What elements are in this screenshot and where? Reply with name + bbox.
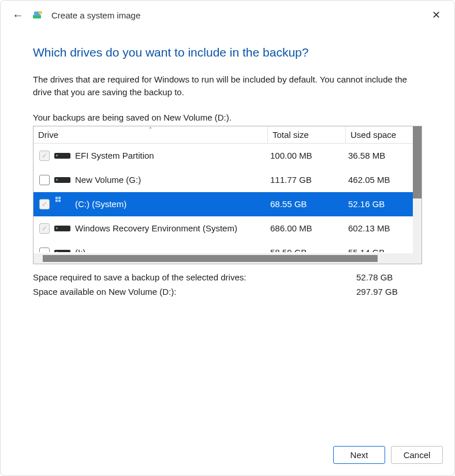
drive-checkbox [39, 151, 50, 161]
hdd-icon [54, 151, 70, 161]
column-header-used-space[interactable]: Used space [345, 126, 422, 143]
drive-name: EFI System Partition [75, 151, 266, 160]
drive-total-size: 58.59 GB [266, 248, 344, 252]
drive-used-space: 462.05 MB [344, 175, 422, 185]
drive-used-space: 55.14 GB [344, 248, 422, 252]
horizontal-scrollbar[interactable] [33, 253, 422, 264]
close-icon[interactable]: ✕ [427, 8, 445, 23]
drive-name: (I:) [75, 248, 266, 252]
window-title: Create a system image [51, 10, 140, 20]
save-location-text: Your backups are being saved on New Volu… [33, 113, 422, 122]
vertical-scrollbar[interactable] [413, 126, 422, 253]
drive-total-size: 686.00 MB [266, 223, 344, 233]
hdd-icon [54, 175, 70, 185]
drives-table: ˄ Drive Total size Used space EFI System… [33, 126, 422, 264]
drive-checkbox [39, 199, 50, 209]
drive-name: (C:) (System) [75, 199, 266, 209]
page-heading: Which drives do you want to include in t… [33, 46, 422, 59]
system-image-icon [32, 9, 43, 21]
page-description: The drives that are required for Windows… [33, 73, 422, 99]
next-button[interactable]: Next [333, 446, 385, 464]
table-row[interactable]: (I:)58.59 GB55.14 GB [33, 241, 422, 252]
windows-drive-icon [54, 199, 70, 209]
column-header-total-size[interactable]: Total size [267, 126, 345, 143]
drive-checkbox [39, 223, 50, 234]
drive-used-space: 36.58 MB [344, 151, 422, 160]
hdd-icon [54, 248, 70, 252]
space-required-label: Space required to save a backup of the s… [33, 272, 356, 282]
sort-caret-icon[interactable]: ˄ [149, 126, 152, 133]
table-header-row: ˄ Drive Total size Used space [33, 126, 422, 144]
space-required-value: 52.78 GB [356, 272, 393, 282]
drive-checkbox[interactable] [39, 175, 50, 185]
vertical-scroll-thumb[interactable] [413, 126, 422, 198]
drive-total-size: 100.00 MB [266, 151, 344, 160]
table-row[interactable]: New Volume (G:)111.77 GB462.05 MB [33, 168, 422, 192]
drive-name: Windows Recovery Environment (System) [75, 223, 266, 233]
hdd-icon [54, 223, 70, 234]
table-row[interactable]: EFI System Partition100.00 MB36.58 MB [33, 144, 422, 168]
drive-total-size: 68.55 GB [266, 199, 344, 209]
drive-checkbox[interactable] [39, 248, 50, 252]
back-arrow-icon[interactable]: ← [12, 9, 24, 22]
space-available-label: Space available on New Volume (D:): [33, 287, 356, 297]
table-row[interactable]: (C:) (System)68.55 GB52.16 GB [33, 192, 422, 216]
table-row[interactable]: Windows Recovery Environment (System)686… [33, 216, 422, 241]
drive-used-space: 602.13 MB [344, 223, 422, 233]
cancel-button[interactable]: Cancel [391, 446, 443, 464]
drive-used-space: 52.16 GB [344, 199, 422, 209]
drive-name: New Volume (G:) [75, 175, 266, 185]
drive-total-size: 111.77 GB [266, 175, 344, 185]
horizontal-scroll-thumb[interactable] [43, 255, 378, 262]
space-available-value: 297.97 GB [356, 287, 398, 297]
svg-point-2 [39, 11, 42, 14]
